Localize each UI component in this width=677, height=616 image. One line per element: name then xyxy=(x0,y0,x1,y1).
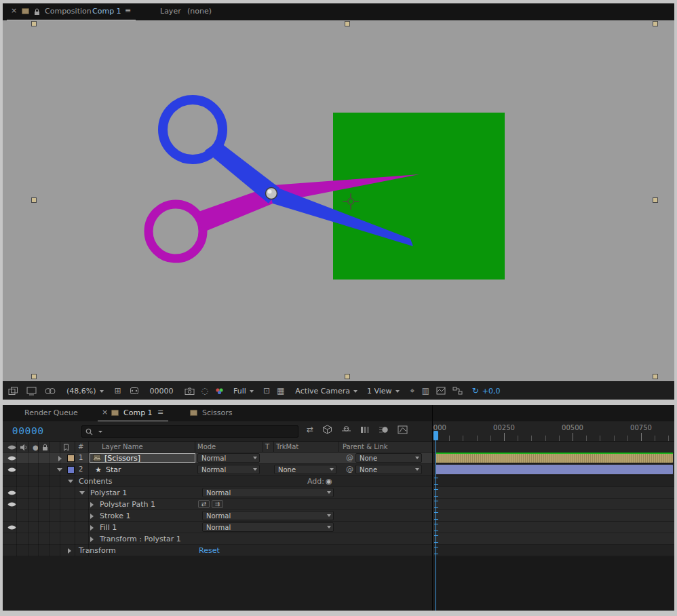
track-row-transform-polystar[interactable] xyxy=(433,533,674,545)
layer-duration-bar-scissors[interactable] xyxy=(436,453,673,463)
rulers-icon[interactable]: ▥ xyxy=(421,387,429,395)
collapse-arrow-icon[interactable] xyxy=(79,491,85,495)
layer-name[interactable]: Star xyxy=(106,465,121,474)
resolution-select[interactable]: Full xyxy=(233,387,254,396)
mini-flowchart-icon[interactable]: ⇄ xyxy=(307,425,313,434)
prop-label[interactable]: Polystar Path 1 xyxy=(100,500,155,509)
transparency-grid-icon[interactable]: ▦ xyxy=(277,387,284,395)
close-icon[interactable]: × xyxy=(102,408,108,417)
expand-arrow-icon[interactable] xyxy=(90,537,94,542)
path-direction-toggle[interactable]: ⇉ xyxy=(212,500,223,508)
eye-icon[interactable] xyxy=(7,501,16,507)
draft-3d-icon[interactable] xyxy=(322,425,332,434)
reset-link[interactable]: Reset xyxy=(199,546,220,555)
expand-arrow-icon[interactable] xyxy=(58,456,62,461)
parent-pickwhip-icon[interactable]: @ xyxy=(346,465,353,474)
layer-color-swatch[interactable] xyxy=(67,466,75,474)
scissors-magenta-handle[interactable] xyxy=(149,204,203,258)
tab-composition-label[interactable]: Composition xyxy=(45,7,92,16)
panel-menu-icon[interactable]: ≡ xyxy=(157,408,163,417)
expand-arrow-icon[interactable] xyxy=(68,548,71,554)
layers-icon[interactable] xyxy=(8,387,18,396)
add-shape-button[interactable]: ◉ xyxy=(326,477,332,486)
path-direction-toggle[interactable]: ⇄ xyxy=(198,500,210,508)
panel-menu-icon[interactable]: ≡ xyxy=(125,6,131,15)
prop-row-transform-polystar[interactable]: Transform : Polystar 1 xyxy=(3,533,432,545)
search-input[interactable] xyxy=(81,425,298,438)
pixel-aspect-icon[interactable] xyxy=(436,387,446,395)
prop-row-transform[interactable]: Transform Reset xyxy=(3,545,432,556)
playhead-handle[interactable] xyxy=(433,431,438,440)
exposure-value[interactable]: +0,0 xyxy=(482,387,501,396)
collapse-arrow-icon[interactable] xyxy=(57,468,62,471)
frame-blend-icon[interactable] xyxy=(360,425,370,434)
current-time-field[interactable]: 00000 xyxy=(150,387,174,396)
tab-render-queue[interactable]: Render Queue xyxy=(24,408,78,417)
green-square-shape[interactable] xyxy=(333,113,505,280)
current-time-display[interactable]: 00000 xyxy=(12,426,44,437)
track-row-scissors[interactable] xyxy=(433,453,674,464)
mode-dropdown-layer1[interactable]: Normal xyxy=(197,453,260,463)
eye-icon[interactable] xyxy=(7,455,16,461)
grid-options-icon[interactable]: ⊞ xyxy=(115,387,121,395)
motion-blur-icon[interactable] xyxy=(379,425,389,434)
composition-canvas[interactable] xyxy=(3,20,674,381)
expand-arrow-icon[interactable] xyxy=(90,514,94,519)
lock-icon[interactable] xyxy=(34,8,40,16)
layer-name-column-header[interactable]: Layer Name xyxy=(102,443,143,450)
expand-arrow-icon[interactable] xyxy=(90,502,94,507)
channel-view-icon[interactable] xyxy=(45,387,56,395)
region-of-interest-icon[interactable]: ⊡ xyxy=(263,387,270,395)
parent-dropdown-layer1[interactable]: None xyxy=(355,453,422,463)
track-row-stroke[interactable] xyxy=(433,510,674,522)
prop-row-contents[interactable]: Contents Add: ◉ xyxy=(3,476,432,487)
time-ruler[interactable]: 00000 00250 00500 00750 xyxy=(433,421,674,442)
blend-mode-dropdown-fill[interactable]: Normal xyxy=(202,522,334,532)
composition-viewport[interactable] xyxy=(3,20,674,381)
view-layout-select[interactable]: 1 View xyxy=(367,387,400,396)
shy-layers-icon[interactable] xyxy=(341,425,351,434)
blend-mode-dropdown-stroke[interactable]: Normal xyxy=(202,511,334,520)
snapshot-camera-icon[interactable] xyxy=(185,387,195,395)
goto-target-icon[interactable]: ⌖ xyxy=(410,387,415,395)
prop-label[interactable]: Transform : Polystar 1 xyxy=(100,535,181,543)
camera-select[interactable]: Active Camera xyxy=(295,387,357,396)
prop-label[interactable]: Polystar 1 xyxy=(90,488,127,497)
eye-icon[interactable] xyxy=(7,524,16,531)
zoom-select[interactable]: (48,6%) xyxy=(66,387,104,396)
prop-row-fill[interactable]: Fill 1 Normal xyxy=(3,522,432,533)
collapse-arrow-icon[interactable] xyxy=(68,480,73,483)
reset-exposure-icon[interactable]: ↻ xyxy=(472,387,479,395)
timeline-track-area[interactable]: 00000 00250 00500 00750 xyxy=(433,421,674,611)
prop-row-polystar[interactable]: Polystar 1 Normal xyxy=(3,487,432,499)
show-snapshot-icon[interactable]: ◌ xyxy=(201,387,208,395)
layer-color-swatch[interactable] xyxy=(67,455,75,462)
parent-pickwhip-icon[interactable]: @ xyxy=(346,453,353,462)
flowchart-icon[interactable] xyxy=(452,387,463,395)
layer-row-scissors[interactable]: 1 [Scissors] Normal @ None xyxy=(3,453,432,464)
track-row-contents[interactable] xyxy=(433,476,674,487)
track-row-polystar[interactable] xyxy=(433,487,674,499)
close-icon[interactable]: × xyxy=(11,6,17,15)
expand-arrow-icon[interactable] xyxy=(90,525,94,531)
layer-duration-bar-star[interactable] xyxy=(436,465,673,474)
parent-link-column-header[interactable]: Parent & Link xyxy=(343,443,388,450)
mode-column-header[interactable]: Mode xyxy=(197,443,216,450)
track-row-transform[interactable] xyxy=(433,545,674,556)
t-column-header[interactable]: T xyxy=(265,443,269,450)
prop-label[interactable]: Contents xyxy=(79,477,112,486)
tab-comp[interactable]: Comp 1 xyxy=(123,408,153,417)
trkmat-dropdown-layer2[interactable]: None xyxy=(274,465,336,474)
prop-row-stroke[interactable]: Stroke 1 Normal xyxy=(3,510,432,522)
track-row-fill[interactable] xyxy=(433,522,674,533)
prop-label[interactable]: Stroke 1 xyxy=(100,512,131,520)
eye-icon[interactable] xyxy=(7,490,16,496)
prop-label[interactable]: Transform xyxy=(79,546,116,555)
scissors-pivot-screw[interactable] xyxy=(266,188,277,199)
track-row-polystar-path[interactable] xyxy=(433,499,674,510)
tab-scissors[interactable]: Scissors xyxy=(202,408,233,417)
prop-row-polystar-path[interactable]: Polystar Path 1 ⇄ ⇉ xyxy=(3,499,432,510)
layer-row-star[interactable]: 2 ★ Star Normal None @ None xyxy=(3,464,432,476)
tab-layer-label[interactable]: Layer xyxy=(160,7,181,16)
prop-label[interactable]: Fill 1 xyxy=(100,523,117,532)
